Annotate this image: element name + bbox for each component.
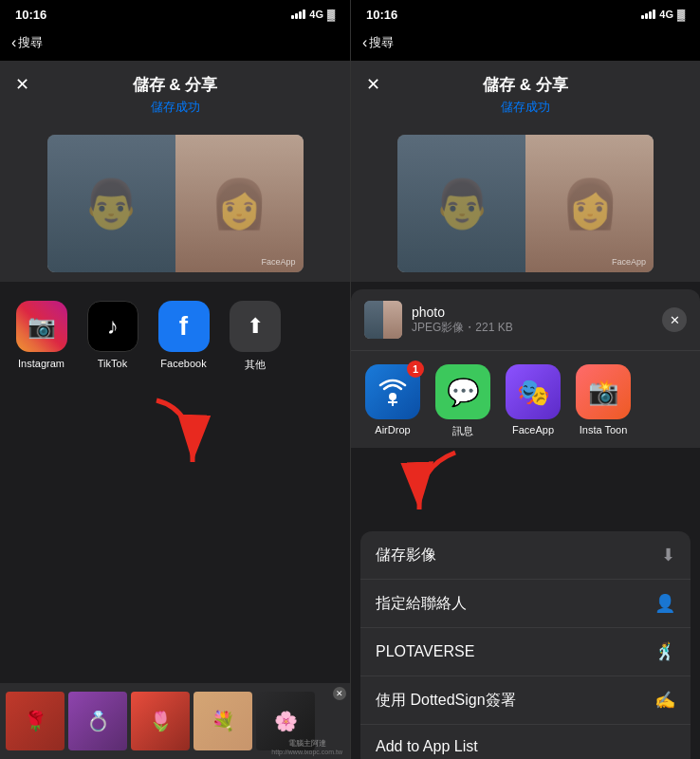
right-signal-icon: [641, 9, 655, 19]
right-share-app-icons: 1 AirDrop 💬 訊息 🎭 FaceApp: [351, 351, 700, 448]
right-instatoon-item[interactable]: 📸 Insta Toon: [575, 364, 632, 438]
left-ad-image-4: 💐: [193, 692, 252, 750]
right-save-image-icon: ⬇: [661, 545, 675, 565]
left-facebook-icon: f: [158, 301, 210, 352]
right-dottysign-action[interactable]: 使用 DottedSign簽署 ✍: [360, 676, 691, 725]
left-close-button[interactable]: ✕: [15, 74, 29, 95]
right-assign-contact-icon: 👤: [654, 593, 675, 614]
right-airdrop-icon: 1: [365, 364, 420, 419]
left-network-label: 4G: [309, 9, 323, 20]
left-ad-image-2: 💍: [68, 692, 127, 750]
right-share-file-meta: JPEG影像・221 KB: [412, 320, 662, 336]
left-ad-image-3: 🌷: [131, 692, 190, 750]
left-faceapp-watermark: FaceApp: [261, 257, 295, 267]
left-instagram-icon: 📷: [16, 301, 67, 352]
right-assign-contact-action[interactable]: 指定給聯絡人 👤: [360, 580, 691, 628]
right-faceapp-item[interactable]: 🎭 FaceApp: [505, 364, 562, 438]
right-dottysign-label: 使用 DottedSign簽署: [376, 691, 516, 711]
left-tiktok-item[interactable]: ♪ TikTok: [86, 301, 138, 372]
right-back-arrow-icon: ‹: [362, 34, 367, 51]
right-image-preview: 👨 👩 FaceApp: [351, 125, 700, 282]
left-back-button[interactable]: ‹ 搜尋: [11, 34, 43, 51]
left-save-success: 儲存成功: [151, 99, 200, 116]
right-share-file-name: photo: [412, 305, 662, 320]
left-other-item[interactable]: ⬆ 其他: [229, 301, 281, 372]
left-status-time: 10:16: [15, 8, 46, 22]
right-airdrop-label: AirDrop: [375, 424, 410, 435]
left-preview-image: 👨 👩 FaceApp: [47, 135, 304, 272]
right-save-image-label: 儲存影像: [376, 546, 436, 565]
left-ad-image-1: 🌹: [6, 692, 64, 750]
right-preview-image: 👨 👩 FaceApp: [397, 135, 654, 272]
right-plotaverse-action[interactable]: PLOTAVERSE 🕺: [360, 628, 691, 676]
left-nav-label: 搜尋: [18, 34, 43, 51]
right-share-sheet: photo JPEG影像・221 KB ✕: [351, 289, 700, 448]
right-dottysign-icon: ✍: [654, 690, 675, 711]
left-red-arrow-container: [0, 381, 350, 486]
right-share-thumb: [364, 301, 402, 339]
right-faceapp-icon: 🎭: [506, 364, 561, 419]
right-status-bar: 10:16 4G ▓: [351, 0, 700, 27]
right-messages-icon: 💬: [435, 364, 490, 419]
right-share-file-info: photo JPEG影像・221 KB: [412, 305, 662, 336]
right-action-list: 儲存影像 ⬇ 指定給聯絡人 👤 PLOTAVERSE 🕺 使用 DottedSi…: [360, 531, 691, 759]
right-airdrop-item[interactable]: 1 AirDrop: [364, 364, 421, 438]
right-assign-contact-label: 指定給聯絡人: [376, 594, 467, 614]
left-tiktok-label: TikTok: [98, 358, 127, 369]
left-red-arrow-icon: [138, 391, 213, 476]
left-watermark-url: http://www.ixopc.com.tw: [271, 749, 342, 755]
left-ad-close-button[interactable]: ✕: [333, 687, 346, 700]
right-nav-label: 搜尋: [369, 34, 394, 51]
left-phone-panel: 10:16 4G ▓ ‹ 搜尋 ✕ 儲存 & 分享 儲存成功 👨: [0, 0, 350, 759]
left-face-left: 👨: [47, 135, 175, 272]
left-status-icons: 4G ▓: [291, 9, 335, 20]
right-save-image-action[interactable]: 儲存影像 ⬇: [360, 531, 691, 580]
left-back-arrow-icon: ‹: [11, 34, 16, 51]
right-share-close-button[interactable]: ✕: [662, 307, 687, 332]
right-plotaverse-label: PLOTAVERSE: [376, 643, 474, 660]
right-status-time: 10:16: [366, 8, 397, 22]
left-app-icons-row: 📷 Instagram ♪ TikTok f Facebook ⬆: [0, 282, 350, 381]
svg-point-1: [389, 393, 396, 400]
right-phone-panel: 10:16 4G ▓ ‹ 搜尋 ✕ 儲存 & 分享 儲存成功 👨: [350, 0, 700, 759]
left-battery-icon: ▓: [327, 9, 335, 20]
right-instatoon-label: Insta Toon: [580, 424, 628, 435]
right-airdrop-badge: 1: [407, 361, 424, 378]
airdrop-wifi-icon: [377, 376, 409, 408]
right-messages-label: 訊息: [452, 424, 473, 438]
right-share-sheet-header: photo JPEG影像・221 KB ✕: [351, 289, 700, 351]
left-content-area: 📷 Instagram ♪ TikTok f Facebook ⬆: [0, 282, 350, 683]
right-face-right: 👩: [525, 135, 654, 272]
left-face-right: 👩: [175, 135, 304, 272]
right-red-arrow-icon: [389, 448, 474, 524]
left-tiktok-icon: ♪: [87, 301, 138, 352]
left-instagram-label: Instagram: [18, 358, 64, 369]
right-back-button[interactable]: ‹ 搜尋: [362, 34, 394, 51]
right-status-icons: 4G ▓: [641, 9, 685, 20]
left-ad-banner: 🌹 💍 🌷 💐 🌸 ✕ 電腦主阿達 http://www.ixopc.com.t…: [0, 683, 350, 759]
right-save-success: 儲存成功: [501, 99, 550, 116]
right-add-app-list-label: Add to App List: [376, 738, 478, 755]
right-network-label: 4G: [659, 9, 673, 20]
right-share-header: ✕ 儲存 & 分享 儲存成功: [351, 61, 700, 125]
left-facebook-label: Facebook: [160, 358, 206, 369]
right-nav-bar: ‹ 搜尋: [351, 27, 700, 61]
left-facebook-item[interactable]: f Facebook: [157, 301, 210, 372]
left-watermark-text: 電腦主阿達: [288, 738, 326, 749]
left-share-header: ✕ 儲存 & 分享 儲存成功: [0, 61, 350, 125]
right-red-arrow-container: [351, 448, 700, 524]
right-battery-icon: ▓: [677, 9, 685, 20]
left-status-bar: 10:16 4G ▓: [0, 0, 350, 27]
right-messages-item[interactable]: 💬 訊息: [434, 364, 491, 438]
left-share-title: 儲存 & 分享: [133, 74, 218, 96]
left-instagram-item[interactable]: 📷 Instagram: [15, 301, 67, 372]
right-faceapp-watermark: FaceApp: [612, 257, 646, 267]
right-instatoon-icon: 📸: [576, 364, 631, 419]
right-add-app-list-action[interactable]: Add to App List: [360, 725, 691, 759]
left-signal-icon: [291, 9, 305, 19]
left-watermark: 電腦主阿達 http://www.ixopc.com.tw: [271, 738, 342, 755]
right-close-button[interactable]: ✕: [366, 74, 380, 95]
left-image-preview: 👨 👩 FaceApp: [0, 125, 350, 282]
left-other-label: 其他: [245, 358, 266, 372]
left-nav-bar: ‹ 搜尋: [0, 27, 350, 61]
